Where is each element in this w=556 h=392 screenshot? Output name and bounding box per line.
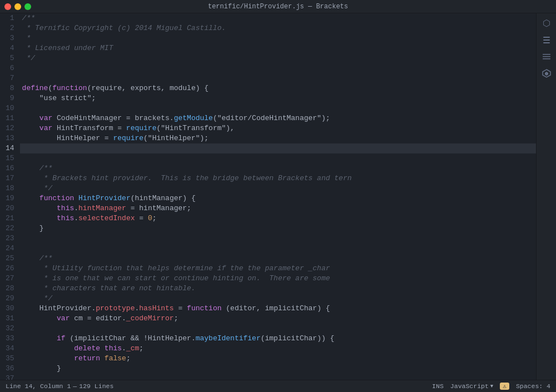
line-number: 18 xyxy=(6,183,14,193)
warning-icon: ⚠ xyxy=(503,383,507,390)
line-number: 5 xyxy=(6,53,14,63)
line-number: 29 xyxy=(6,294,14,304)
minimize-button[interactable] xyxy=(14,3,21,10)
code-line xyxy=(20,234,536,244)
status-bar: Line 14, Column 1 — 129 Lines INS JavaSc… xyxy=(0,380,556,392)
svg-rect-0 xyxy=(543,37,550,38)
code-line xyxy=(20,244,536,254)
code-line: * is one that we can start or continue h… xyxy=(20,274,536,284)
line-number: 13 xyxy=(6,133,14,143)
code-line: var cm = editor._codeMirror; xyxy=(20,314,536,324)
code-line: function HintProvider(hintManager) { xyxy=(20,193,536,204)
code-line: var CodeHintManager = brackets.getModule… xyxy=(20,113,536,123)
svg-rect-1 xyxy=(543,39,550,41)
code-line: this.selectedIndex = 0; xyxy=(20,214,536,224)
line-numbers: 1234567891011121314151617181920212223242… xyxy=(0,13,20,380)
line-number: 1 xyxy=(6,13,14,23)
line-number: 2 xyxy=(6,23,14,33)
line-number: 7 xyxy=(6,73,14,83)
code-line: * Ternific Copyright (c) 2014 Miguel Cas… xyxy=(20,23,536,33)
line-number: 37 xyxy=(6,374,14,380)
line-count: 129 Lines xyxy=(79,383,113,390)
code-line: /** xyxy=(20,13,536,23)
svg-rect-5 xyxy=(543,58,550,59)
line-number: 30 xyxy=(6,304,14,314)
spaces-setting[interactable]: Spaces: 4 xyxy=(516,383,550,390)
line-number: 36 xyxy=(6,364,14,374)
line-number: 8 xyxy=(6,83,14,93)
line-number: 9 xyxy=(6,93,14,103)
status-left: Line 14, Column 1 — 129 Lines xyxy=(6,383,113,390)
line-number: 32 xyxy=(6,324,14,334)
line-number: 3 xyxy=(6,33,14,43)
svg-marker-7 xyxy=(545,72,548,76)
extension-icon[interactable] xyxy=(539,66,554,81)
line-number: 12 xyxy=(6,123,14,133)
line-number: 22 xyxy=(6,224,14,234)
title-bar: ternific/HintProvider.js — Brackets xyxy=(0,0,556,13)
line-number: 15 xyxy=(6,153,14,163)
list-icon[interactable] xyxy=(539,49,554,64)
code-line: this.hintManager = hintManager; xyxy=(20,204,536,214)
code-line: HintProvider.prototype.hasHints = functi… xyxy=(20,304,536,314)
line-number: 17 xyxy=(6,173,14,183)
code-line: /** xyxy=(20,254,536,264)
line-number: 6 xyxy=(6,63,14,73)
code-line xyxy=(20,63,536,73)
line-number: 16 xyxy=(6,163,14,173)
line-number: 31 xyxy=(6,314,14,324)
separator: — xyxy=(73,383,77,390)
warning-badge[interactable]: ⚠ xyxy=(500,383,509,390)
code-line xyxy=(20,143,536,153)
code-line: delete this._cm; xyxy=(20,344,536,354)
right-sidebar: ⬡ xyxy=(536,13,556,380)
chevron-down-icon: ▼ xyxy=(490,384,493,389)
line-number: 25 xyxy=(6,254,14,264)
code-line: define(function(require, exports, module… xyxy=(20,83,536,93)
code-line: */ xyxy=(20,183,536,193)
line-number: 26 xyxy=(6,264,14,274)
code-line: "use strict"; xyxy=(20,93,536,103)
window-controls[interactable] xyxy=(4,3,31,10)
code-line: * Brackets hint provider. This is the br… xyxy=(20,173,536,183)
code-line: */ xyxy=(20,53,536,63)
svg-rect-4 xyxy=(543,56,550,57)
layers-icon[interactable]: ⬡ xyxy=(539,16,554,31)
line-number: 19 xyxy=(6,193,14,204)
line-number: 34 xyxy=(6,344,14,354)
code-line: } xyxy=(20,364,536,374)
main-layout: 1234567891011121314151617181920212223242… xyxy=(0,13,556,380)
code-line: * Licensed under MIT xyxy=(20,43,536,53)
svg-rect-3 xyxy=(543,54,550,55)
svg-rect-2 xyxy=(543,42,550,43)
line-number: 10 xyxy=(6,103,14,113)
code-line xyxy=(20,153,536,163)
code-line xyxy=(20,374,536,380)
line-number: 24 xyxy=(6,244,14,254)
language-selector[interactable]: JavaScript ▼ xyxy=(450,383,493,390)
line-number: 11 xyxy=(6,113,14,123)
line-number: 23 xyxy=(6,234,14,244)
cursor-position: Line 14, Column 1 xyxy=(6,383,71,390)
line-number: 21 xyxy=(6,214,14,224)
code-line xyxy=(20,324,536,334)
code-content[interactable]: /** * Ternific Copyright (c) 2014 Miguel… xyxy=(20,13,536,380)
line-number: 27 xyxy=(6,274,14,284)
code-line: var HintTransform = require("HintTransfo… xyxy=(20,123,536,133)
code-line: if (implicitChar && !HintHelper.maybeIde… xyxy=(20,334,536,344)
editor-area: 1234567891011121314151617181920212223242… xyxy=(0,13,536,380)
code-line: return false; xyxy=(20,354,536,364)
line-number: 4 xyxy=(6,43,14,53)
line-number: 14 xyxy=(6,143,14,153)
code-line: /** xyxy=(20,163,536,173)
code-line: * Utility function that helps determine … xyxy=(20,264,536,274)
line-number: 20 xyxy=(6,204,14,214)
maximize-button[interactable] xyxy=(24,3,31,10)
window-title: ternific/HintProvider.js — Brackets xyxy=(208,3,348,11)
line-number: 28 xyxy=(6,284,14,294)
code-line: * xyxy=(20,33,536,43)
file-tree-icon[interactable] xyxy=(539,32,554,48)
code-line: } xyxy=(20,224,536,234)
close-button[interactable] xyxy=(4,3,11,10)
code-line xyxy=(20,103,536,113)
